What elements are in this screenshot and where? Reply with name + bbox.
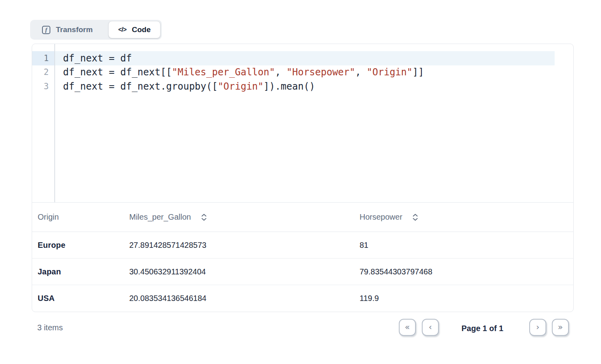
sort-icon[interactable] [201, 213, 207, 221]
cell-origin: USA [32, 294, 124, 303]
function-icon: f [42, 26, 50, 34]
cell-miles-per-gallon: 30.450632911392404 [124, 267, 354, 276]
code-line-1[interactable]: 1 df_next = df [32, 51, 555, 65]
cell-panel: 1 df_next = df 2 df_next = df_next[["Mil… [32, 44, 574, 312]
column-header-miles-per-gallon[interactable]: Miles_per_Gallon [124, 213, 354, 222]
cell-miles-per-gallon: 27.891428571428573 [124, 241, 354, 250]
next-page-button[interactable]: › [529, 319, 546, 336]
sort-icon[interactable] [412, 213, 418, 221]
line-number: 1 [44, 54, 49, 63]
code-line-content: df_next = df [55, 53, 132, 64]
cell-horsepower: 119.9 [354, 294, 573, 303]
chevron-left-icon: ‹ [429, 323, 432, 331]
cell-origin: Japan [32, 267, 124, 276]
chevron-right-icon: › [536, 323, 539, 331]
tab-transform-label: Transform [56, 25, 93, 34]
code-line-3[interactable]: 3 df_next = df_next.groupby(["Origin"]).… [32, 79, 555, 94]
table-row: Japan 30.450632911392404 79.835443037974… [32, 259, 573, 285]
line-number: 3 [44, 82, 49, 91]
items-count: 3 items [37, 323, 63, 332]
page-indicator: Page 1 of 1 [461, 324, 503, 333]
double-chevron-left-icon: « [405, 323, 410, 331]
cell-horsepower: 81 [354, 241, 573, 250]
code-line-2[interactable]: 2 df_next = df_next[["Miles_per_Gallon",… [32, 65, 555, 80]
previous-page-button[interactable]: ‹ [422, 319, 439, 336]
line-number-gutter: 1 [32, 51, 55, 65]
line-number-gutter: 2 [32, 65, 55, 80]
tab-code-label: Code [132, 25, 151, 34]
table-header-row: Origin Miles_per_Gallon Horsepower [32, 203, 573, 232]
line-number-gutter: 3 [32, 79, 55, 94]
cell-origin: Europe [32, 241, 124, 250]
code-line-content: df_next = df_next.groupby(["Origin"]).me… [55, 81, 315, 92]
code-editor[interactable]: 1 df_next = df 2 df_next = df_next[["Mil… [32, 44, 573, 203]
tab-transform[interactable]: f Transform [32, 21, 93, 38]
line-number: 2 [44, 67, 49, 77]
code-icon: </> [118, 26, 126, 33]
column-header-horsepower[interactable]: Horsepower [354, 213, 573, 222]
table-row: USA 20.083534136546184 119.9 [32, 285, 573, 312]
tab-code[interactable]: </> Code [109, 21, 160, 38]
view-toggle: f Transform </> Code [30, 20, 162, 40]
screen: f Transform </> Code 1 df_next = df 2 df… [0, 0, 601, 364]
first-page-button[interactable]: « [399, 319, 416, 336]
double-chevron-right-icon: » [558, 323, 563, 331]
code-line-content: df_next = df_next[["Miles_per_Gallon", "… [55, 67, 424, 78]
column-header-origin: Origin [32, 213, 124, 222]
table-row: Europe 27.891428571428573 81 [32, 232, 573, 259]
cell-horsepower: 79.83544303797468 [354, 267, 573, 276]
last-page-button[interactable]: » [552, 319, 569, 336]
cell-miles-per-gallon: 20.083534136546184 [124, 294, 354, 303]
